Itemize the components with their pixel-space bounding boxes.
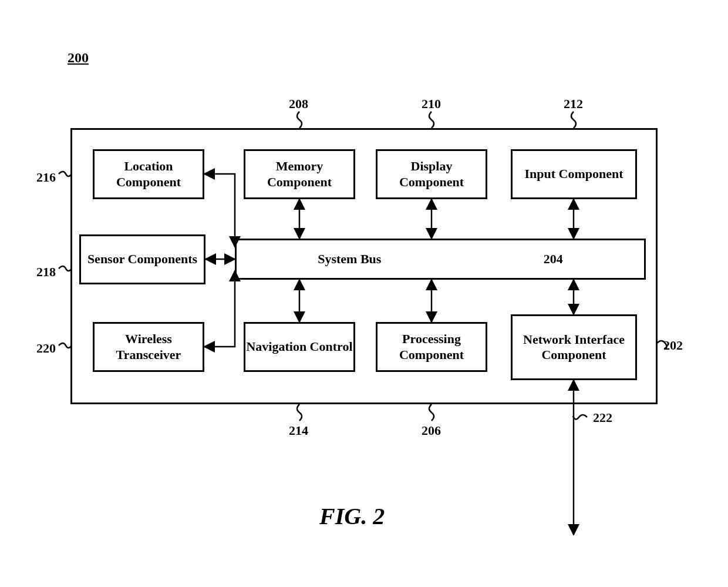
wireless-transceiver-label: Wireless Transceiver: [95, 331, 203, 363]
location-component-box: Location Component: [93, 149, 204, 199]
ref-208: 208: [289, 96, 308, 112]
memory-component-box: Memory Component: [244, 149, 355, 199]
figure-title: FIG. 2: [319, 502, 385, 530]
system-bus-label: System Bus: [318, 251, 381, 267]
system-bus-ref: 204: [544, 251, 563, 267]
ref-220: 220: [36, 341, 56, 356]
display-component-box: Display Component: [376, 149, 487, 199]
navigation-control-label: Navigation Control: [246, 339, 352, 354]
ref-214: 214: [289, 423, 308, 438]
system-bus-box: System Bus 204: [235, 239, 646, 280]
sensor-components-label: Sensor Components: [87, 251, 197, 267]
ref-222: 222: [593, 410, 612, 425]
display-component-label: Display Component: [378, 159, 486, 190]
navigation-control-box: Navigation Control: [244, 322, 355, 372]
processing-component-box: Processing Component: [376, 322, 487, 372]
sensor-components-box: Sensor Components: [79, 234, 205, 284]
wireless-transceiver-box: Wireless Transceiver: [93, 322, 204, 372]
location-component-label: Location Component: [95, 159, 203, 190]
ref-212: 212: [564, 96, 583, 112]
input-component-label: Input Component: [524, 166, 623, 182]
input-component-box: Input Component: [511, 149, 637, 199]
processing-component-label: Processing Component: [378, 331, 486, 363]
ref-210: 210: [422, 96, 441, 112]
ref-218: 218: [36, 264, 56, 280]
ref-206: 206: [422, 423, 441, 438]
ref-202: 202: [663, 338, 683, 353]
network-interface-box: Network Interface Component: [511, 314, 637, 380]
network-interface-label: Network Interface Component: [513, 332, 635, 363]
memory-component-label: Memory Component: [245, 159, 353, 190]
figure-ref-200: 200: [68, 50, 89, 66]
ref-216: 216: [36, 170, 56, 185]
